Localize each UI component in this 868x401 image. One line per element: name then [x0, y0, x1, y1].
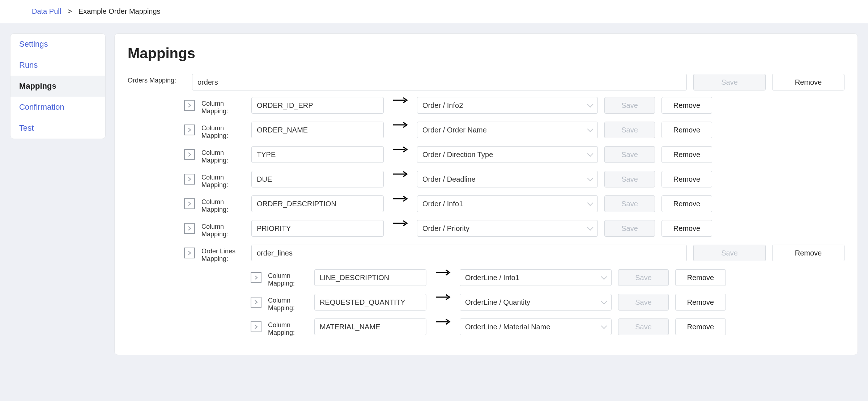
- column-source-input[interactable]: [251, 195, 384, 212]
- remove-button[interactable]: Remove: [772, 245, 844, 261]
- order-lines-mapping-input[interactable]: [251, 245, 687, 261]
- line-source-input[interactable]: [314, 318, 426, 335]
- arrow-right-icon: [433, 318, 453, 325]
- expand-button[interactable]: [184, 248, 195, 258]
- remove-button[interactable]: Remove: [675, 318, 726, 335]
- column-mapping-label: Column Mapping:: [201, 171, 245, 189]
- column-target-select[interactable]: Order / Deadline: [417, 171, 598, 187]
- column-target-select[interactable]: Order / Order Name: [417, 122, 598, 138]
- column-source-input[interactable]: [251, 171, 384, 187]
- breadcrumb-root-link[interactable]: Data Pull: [32, 7, 61, 16]
- column-source-input[interactable]: [251, 97, 384, 114]
- save-button[interactable]: Save: [618, 269, 669, 286]
- line-source-input[interactable]: [314, 294, 426, 311]
- column-mapping-row: Column Mapping:Order / Info2SaveRemove: [184, 97, 844, 115]
- remove-button[interactable]: Remove: [661, 220, 712, 237]
- column-target-value: Order / Deadline: [422, 175, 476, 183]
- column-target-value: Order / Order Name: [422, 126, 487, 134]
- column-mapping-row: Column Mapping:Order / DeadlineSaveRemov…: [184, 171, 844, 189]
- sidebar-item-test[interactable]: Test: [10, 118, 105, 139]
- column-mapping-label: Column Mapping:: [268, 269, 308, 287]
- column-mapping-row: Column Mapping:Order / Info1SaveRemove: [184, 195, 844, 214]
- order-lines-mapping-row: Order Lines Mapping: Save Remove: [184, 245, 844, 263]
- remove-button[interactable]: Remove: [661, 195, 712, 212]
- expand-button[interactable]: [184, 100, 195, 111]
- remove-button[interactable]: Remove: [661, 171, 712, 187]
- save-button[interactable]: Save: [618, 294, 669, 311]
- column-mapping-row: Column Mapping:Order / Order NameSaveRem…: [184, 122, 844, 140]
- save-button[interactable]: Save: [604, 146, 655, 163]
- column-mapping-label: Column Mapping:: [201, 220, 245, 238]
- line-target-select[interactable]: OrderLine / Info1: [460, 269, 612, 286]
- save-button[interactable]: Save: [604, 220, 655, 237]
- column-source-input[interactable]: [251, 220, 384, 237]
- column-target-value: Order / Info1: [422, 200, 463, 208]
- remove-button[interactable]: Remove: [661, 97, 712, 114]
- arrow-right-icon: [390, 220, 410, 227]
- line-mapping-row: Column Mapping:OrderLine / Info1SaveRemo…: [251, 269, 844, 287]
- sidebar-item-mappings[interactable]: Mappings: [10, 76, 105, 97]
- column-mapping-row: Column Mapping:Order / Direction TypeSav…: [184, 146, 844, 164]
- column-target-value: Order / Priority: [422, 224, 469, 233]
- sidebar-item-runs[interactable]: Runs: [10, 55, 105, 76]
- arrow-right-icon: [390, 171, 410, 177]
- expand-button[interactable]: [184, 198, 195, 209]
- breadcrumb: Data Pull > Example Order Mappings: [0, 0, 868, 23]
- arrow-right-icon: [433, 269, 453, 276]
- remove-button[interactable]: Remove: [661, 122, 712, 138]
- save-button[interactable]: Save: [604, 195, 655, 212]
- column-mapping-label: Column Mapping:: [201, 122, 245, 140]
- save-button[interactable]: Save: [693, 245, 766, 261]
- arrow-right-icon: [390, 195, 410, 202]
- sidebar-item-settings[interactable]: Settings: [10, 34, 105, 55]
- expand-button[interactable]: [184, 124, 195, 135]
- column-mapping-label: Column Mapping:: [201, 146, 245, 164]
- remove-button[interactable]: Remove: [661, 146, 712, 163]
- remove-button[interactable]: Remove: [675, 294, 726, 311]
- orders-mapping-row: Orders Mapping: Save Remove: [128, 74, 844, 90]
- expand-button[interactable]: [184, 149, 195, 160]
- expand-button[interactable]: [251, 272, 261, 283]
- main-panel: Mappings Orders Mapping: Save Remove Col…: [114, 33, 858, 355]
- arrow-right-icon: [390, 122, 410, 128]
- line-target-value: OrderLine / Info1: [465, 274, 519, 282]
- line-target-select[interactable]: OrderLine / Quantity: [460, 294, 612, 311]
- column-source-input[interactable]: [251, 122, 384, 138]
- orders-mapping-input[interactable]: [192, 74, 687, 90]
- column-target-select[interactable]: Order / Direction Type: [417, 146, 598, 163]
- expand-button[interactable]: [251, 297, 261, 308]
- line-target-select[interactable]: OrderLine / Material Name: [460, 318, 612, 335]
- column-target-value: Order / Direction Type: [422, 151, 493, 159]
- expand-button[interactable]: [251, 321, 261, 332]
- sidebar: Settings Runs Mappings Confirmation Test: [10, 33, 106, 139]
- expand-button[interactable]: [184, 174, 195, 185]
- order-lines-mapping-label: Order Lines Mapping:: [201, 245, 245, 263]
- orders-mapping-label: Orders Mapping:: [128, 74, 186, 84]
- save-button[interactable]: Save: [604, 97, 655, 114]
- save-button[interactable]: Save: [693, 74, 766, 90]
- remove-button[interactable]: Remove: [675, 269, 726, 286]
- page-title: Mappings: [128, 45, 844, 62]
- breadcrumb-separator: >: [68, 7, 72, 16]
- column-source-input[interactable]: [251, 146, 384, 163]
- arrow-right-icon: [390, 97, 410, 104]
- remove-button[interactable]: Remove: [772, 74, 844, 90]
- column-target-select[interactable]: Order / Info2: [417, 97, 598, 114]
- save-button[interactable]: Save: [618, 318, 669, 335]
- column-mapping-label: Column Mapping:: [201, 97, 245, 115]
- breadcrumb-current: Example Order Mappings: [78, 7, 161, 16]
- expand-button[interactable]: [184, 223, 195, 234]
- column-mapping-label: Column Mapping:: [268, 318, 308, 337]
- save-button[interactable]: Save: [604, 122, 655, 138]
- line-source-input[interactable]: [314, 269, 426, 286]
- column-target-select[interactable]: Order / Priority: [417, 220, 598, 237]
- arrow-right-icon: [390, 146, 410, 153]
- column-mapping-label: Column Mapping:: [268, 294, 308, 312]
- column-target-select[interactable]: Order / Info1: [417, 195, 598, 212]
- line-target-value: OrderLine / Material Name: [465, 323, 550, 331]
- arrow-right-icon: [433, 294, 453, 300]
- column-target-value: Order / Info2: [422, 101, 463, 110]
- column-mapping-row: Column Mapping:Order / PrioritySaveRemov…: [184, 220, 844, 238]
- sidebar-item-confirmation[interactable]: Confirmation: [10, 97, 105, 118]
- save-button[interactable]: Save: [604, 171, 655, 187]
